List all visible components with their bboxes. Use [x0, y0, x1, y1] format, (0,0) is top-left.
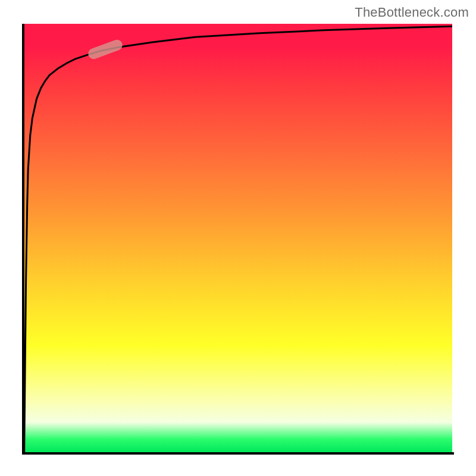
chart-canvas: TheBottleneck.com: [0, 0, 476, 476]
x-axis: [22, 452, 454, 455]
y-axis: [22, 24, 24, 455]
curve-line: [24, 24, 452, 452]
attribution-text: TheBottleneck.com: [355, 5, 469, 20]
